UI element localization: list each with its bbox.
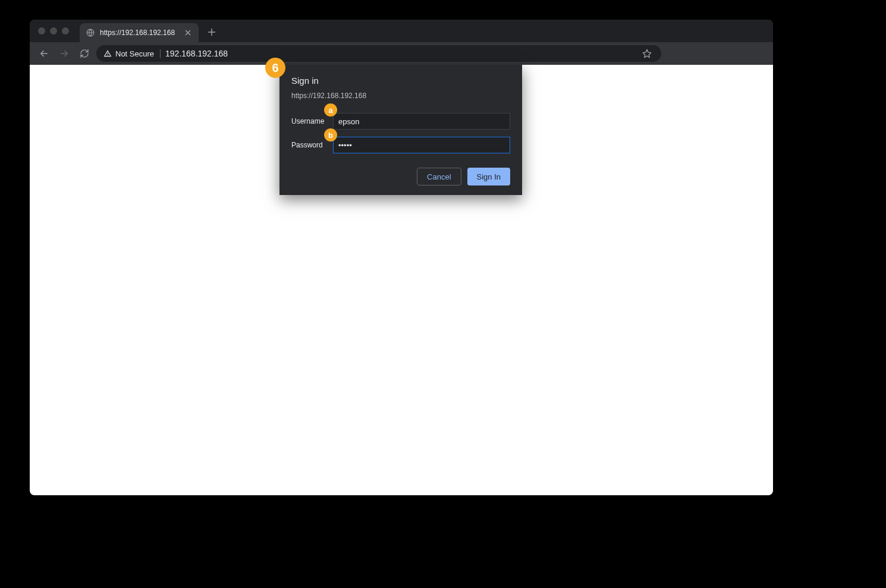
window-close-icon[interactable] — [38, 27, 45, 34]
page-content: 6 Sign in https://192.168.192.168 a User… — [30, 65, 773, 495]
window-maximize-icon[interactable] — [62, 27, 69, 34]
annotation-b-text: b — [328, 131, 333, 140]
new-tab-button[interactable] — [203, 24, 220, 40]
http-auth-dialog: Sign in https://192.168.192.168 a Userna… — [279, 65, 522, 195]
security-indicator[interactable]: Not Secure — [103, 49, 161, 58]
back-button[interactable] — [36, 45, 52, 62]
reload-button[interactable] — [76, 45, 93, 62]
annotation-a-text: a — [328, 106, 332, 115]
sign-in-button[interactable]: Sign In — [467, 168, 510, 185]
window-controls — [38, 27, 69, 34]
annotation-badge-b: b — [324, 128, 337, 142]
globe-icon — [86, 28, 95, 37]
annotation-step-text: 6 — [272, 61, 278, 75]
password-label: Password — [291, 141, 327, 149]
username-row: a Username — [291, 113, 510, 130]
dialog-title: Sign in — [291, 76, 510, 86]
browser-toolbar: Not Secure 192.168.192.168 — [30, 42, 773, 65]
warning-icon — [103, 49, 112, 58]
username-label: Username — [291, 117, 327, 125]
browser-tab[interactable]: https://192.168.192.168 — [80, 23, 199, 42]
username-input[interactable] — [333, 113, 510, 130]
annotation-badge-step: 6 — [265, 58, 285, 78]
bookmark-star-icon[interactable] — [642, 49, 654, 58]
tab-title: https://192.168.192.168 — [100, 29, 178, 37]
window-minimize-icon[interactable] — [50, 27, 57, 34]
address-bar[interactable]: Not Secure 192.168.192.168 — [96, 45, 661, 62]
browser-window: https://192.168.192.168 — [30, 20, 773, 495]
password-input[interactable] — [333, 137, 510, 153]
close-icon[interactable] — [183, 28, 193, 37]
tab-strip: https://192.168.192.168 — [30, 20, 773, 42]
url-text: 192.168.192.168 — [165, 49, 637, 58]
password-row: b Password — [291, 137, 510, 153]
cancel-button[interactable]: Cancel — [417, 168, 461, 185]
forward-button[interactable] — [56, 45, 73, 62]
dialog-actions: Cancel Sign In — [291, 168, 510, 185]
security-label: Not Secure — [115, 49, 154, 58]
dialog-origin: https://192.168.192.168 — [291, 92, 510, 100]
annotation-badge-a: a — [324, 103, 337, 117]
